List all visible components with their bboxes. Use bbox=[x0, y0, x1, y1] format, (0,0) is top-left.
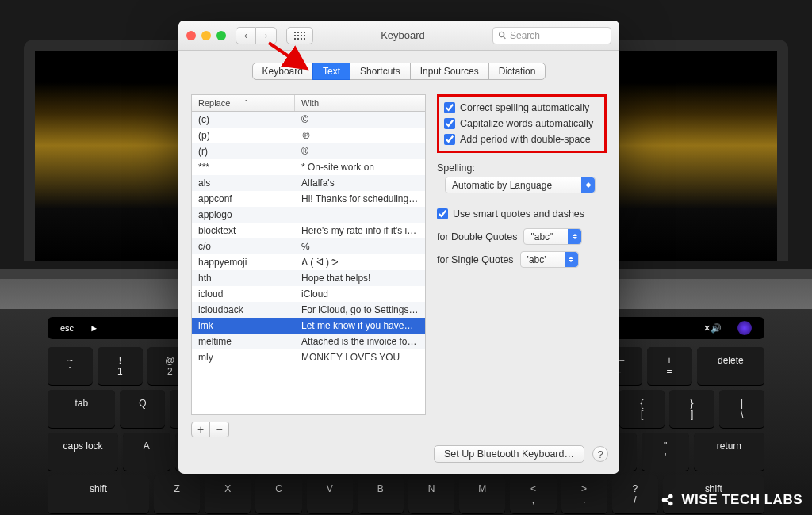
tab-input-sources[interactable]: Input Sources bbox=[410, 63, 489, 80]
keyboard-preferences-window: ‹ › Keyboard Search KeyboardTextShortcut… bbox=[178, 21, 619, 474]
physical-key: X bbox=[205, 475, 251, 513]
titlebar: ‹ › Keyboard Search bbox=[178, 21, 619, 51]
table-row[interactable]: icloudbackFor iCloud, go to Settings… bbox=[192, 302, 425, 318]
physical-key: N bbox=[408, 475, 454, 513]
physical-key: M bbox=[459, 475, 505, 513]
header-replace: Replace bbox=[198, 98, 230, 108]
header-with: With bbox=[295, 95, 425, 111]
single-quotes-label: for Single Quotes bbox=[437, 254, 514, 265]
remove-button[interactable]: − bbox=[210, 422, 229, 437]
table-row[interactable]: (c)© bbox=[192, 112, 425, 128]
double-quotes-popup[interactable]: "abc" bbox=[523, 228, 582, 245]
physical-key: tab bbox=[48, 390, 115, 428]
table-row[interactable]: blocktextHere's my rate info if it's i… bbox=[192, 223, 425, 238]
table-row[interactable]: meltimeAttached is the invoice fo… bbox=[192, 334, 425, 349]
spelling-popup[interactable]: Automatic by Language bbox=[445, 177, 596, 193]
physical-key: shift bbox=[48, 475, 149, 513]
table-row[interactable]: hthHope that helps! bbox=[192, 270, 425, 286]
single-quotes-popup[interactable]: 'abc' bbox=[520, 251, 579, 268]
play-icon: ► bbox=[90, 323, 98, 333]
close-icon[interactable] bbox=[186, 31, 196, 40]
show-all-button[interactable] bbox=[286, 27, 313, 44]
tab-shortcuts[interactable]: Shortcuts bbox=[350, 63, 411, 80]
table-row[interactable]: (p)℗ bbox=[192, 128, 425, 143]
physical-key: ?/ bbox=[612, 475, 658, 513]
table-row[interactable]: **** On-site work on bbox=[192, 159, 425, 175]
physical-key: delete bbox=[697, 347, 764, 385]
physical-key: <, bbox=[510, 475, 556, 513]
tab-dictation[interactable]: Dictation bbox=[488, 63, 546, 80]
physical-key: !1 bbox=[98, 347, 143, 385]
touchbar-esc: esc bbox=[60, 323, 74, 333]
help-button[interactable]: ? bbox=[592, 446, 608, 462]
popup-arrows-icon bbox=[565, 252, 578, 267]
physical-key: V bbox=[307, 475, 353, 513]
table-row[interactable]: alsAlfalfa's bbox=[192, 175, 425, 191]
physical-key: Z bbox=[154, 475, 200, 513]
sort-ascending-icon: ˄ bbox=[244, 99, 248, 107]
table-row[interactable]: mlyMONKEY LOVES YOU bbox=[192, 349, 425, 365]
svg-point-3 bbox=[668, 502, 673, 506]
popup-arrows-icon bbox=[568, 229, 581, 244]
table-row[interactable]: (r)® bbox=[192, 143, 425, 159]
window-title: Keyboard bbox=[313, 29, 492, 41]
table-row[interactable]: applogo bbox=[192, 207, 425, 223]
table-row[interactable]: icloudiCloud bbox=[192, 286, 425, 302]
table-row[interactable]: happyemojiᕕ ( ᐛ ) ᕗ bbox=[192, 254, 425, 270]
smart-quotes-checkbox[interactable]: Use smart quotes and dashes bbox=[437, 206, 607, 222]
back-button[interactable]: ‹ bbox=[236, 27, 256, 44]
tab-keyboard[interactable]: Keyboard bbox=[252, 63, 313, 80]
physical-key: += bbox=[647, 347, 692, 385]
tab-text[interactable]: Text bbox=[312, 63, 350, 80]
table-row[interactable]: appconfHi! Thanks for scheduling… bbox=[192, 191, 425, 207]
physical-key: caps lock bbox=[48, 433, 118, 471]
watermark: WISE TECH LABS bbox=[660, 491, 802, 509]
physical-key: B bbox=[358, 475, 404, 513]
highlighted-options: Correct spelling automatically Capitaliz… bbox=[437, 94, 607, 153]
physical-key: C bbox=[255, 475, 301, 513]
search-icon bbox=[498, 31, 507, 40]
mute-icon: ✕🔊 bbox=[703, 323, 722, 334]
svg-point-2 bbox=[668, 494, 673, 499]
spelling-label: Spelling: bbox=[437, 162, 607, 174]
table-row[interactable]: lmkLet me know if you have… bbox=[192, 318, 425, 334]
siri-icon bbox=[737, 321, 752, 335]
minimize-icon[interactable] bbox=[201, 31, 211, 40]
popup-arrows-icon bbox=[581, 177, 595, 193]
forward-button[interactable]: › bbox=[256, 27, 277, 44]
physical-key: "' bbox=[642, 433, 688, 471]
replacements-table[interactable]: (c)©(p)℗(r)®**** On-site work onalsAlfal… bbox=[191, 111, 426, 415]
bluetooth-keyboard-button[interactable]: Set Up Bluetooth Keyboard… bbox=[434, 445, 584, 463]
physical-key: A bbox=[123, 433, 170, 471]
physical-key: >. bbox=[561, 475, 607, 513]
physical-key: ~` bbox=[48, 347, 93, 385]
physical-key: {[ bbox=[619, 390, 665, 428]
table-header[interactable]: Replace˄ With bbox=[191, 94, 426, 111]
tab-bar: KeyboardTextShortcutsInput SourcesDictat… bbox=[178, 51, 619, 80]
add-button[interactable]: + bbox=[191, 422, 210, 437]
zoom-icon[interactable] bbox=[216, 31, 226, 40]
physical-key: |\ bbox=[719, 390, 764, 428]
search-input[interactable]: Search bbox=[492, 27, 611, 44]
correct-spelling-checkbox[interactable]: Correct spelling automatically bbox=[444, 100, 599, 116]
physical-key: Q bbox=[120, 390, 165, 428]
watermark-logo-icon bbox=[660, 491, 677, 509]
double-quotes-label: for Double Quotes bbox=[437, 231, 517, 242]
add-period-checkbox[interactable]: Add period with double-space bbox=[444, 132, 599, 147]
capitalize-checkbox[interactable]: Capitalize words automatically bbox=[444, 116, 599, 132]
physical-key: return bbox=[694, 433, 764, 471]
physical-key: }] bbox=[669, 390, 714, 428]
table-row[interactable]: c/o℅ bbox=[192, 238, 425, 254]
